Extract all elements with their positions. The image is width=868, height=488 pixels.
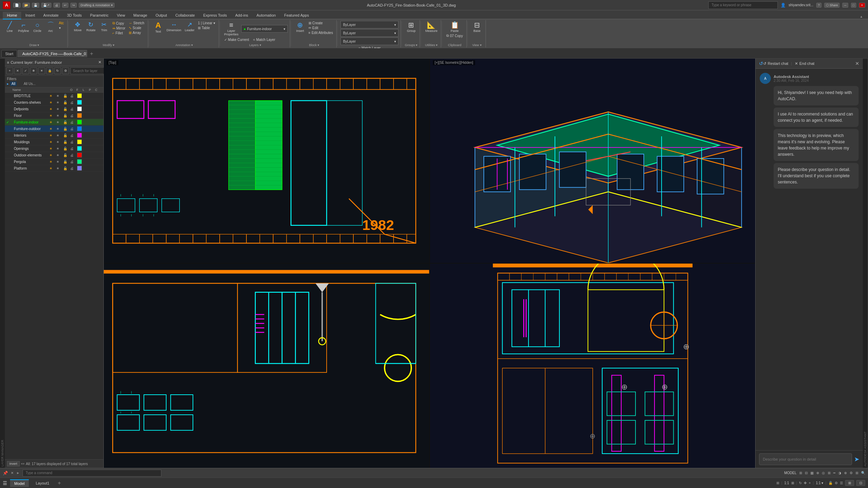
viewport-top-left[interactable]: [Top] <box>104 59 429 263</box>
tab-featured[interactable]: Featured Apps <box>280 12 313 19</box>
measure-button[interactable]: 📐 Measure <box>424 21 439 33</box>
match-props-button[interactable]: ≈ Match Layer <box>357 46 382 49</box>
polar-icon[interactable]: ⊕ <box>816 471 819 475</box>
leader-button[interactable]: ↗ Leader <box>183 21 196 33</box>
delete-layer-btn[interactable]: ✕ <box>14 67 21 74</box>
tab-view[interactable]: View <box>113 12 129 19</box>
save-as-btn[interactable]: 💾↗ <box>41 3 51 8</box>
text-button[interactable]: A Text <box>152 21 165 34</box>
workspace-dropdown[interactable]: Drafting & Annotation ▾ <box>79 3 115 8</box>
base-button[interactable]: ⊟ Base <box>471 21 483 33</box>
zoom-icon[interactable]: 🔍 <box>861 471 865 475</box>
viewport-top-right[interactable]: [+][SE Isometric][Hidden] TOP WCS⊕ <box>430 59 756 263</box>
settings-icon[interactable]: ⚙ <box>850 471 853 475</box>
minimize-btn[interactable]: ─ <box>842 3 848 8</box>
viewport-bot-left[interactable] <box>104 264 429 468</box>
vp-fit-icon[interactable]: ⊠ <box>791 481 794 485</box>
layer-row-interiors[interactable]: Interiors ☀ ☀ 🔓 🖨 <box>5 132 103 139</box>
snap-icon[interactable]: ⊟ <box>805 471 808 475</box>
otrack-icon[interactable]: ⊞ <box>828 471 831 475</box>
annotation-scale[interactable]: 1:1 ▾ <box>816 481 824 485</box>
layer-row-mouldings[interactable]: Mouldings ☀ ☀ 🔓 🖨 <box>5 139 103 145</box>
dynin-icon[interactable]: ⊕ <box>844 471 847 475</box>
hamburger-menu[interactable]: ☰ <box>3 480 7 486</box>
properties-icon[interactable]: ⚙ <box>835 481 838 485</box>
thaw-all-btn[interactable]: ☀ <box>38 67 45 74</box>
search-box[interactable] <box>708 1 778 9</box>
layer-row-floor[interactable]: Floor ☀ ☀ 🔓 🖨 <box>5 112 103 119</box>
polyline-button[interactable]: ⌐ Polyline <box>17 21 31 33</box>
settings2-icon[interactable]: ☰ <box>840 481 843 485</box>
layer-row-brdtitle[interactable]: BRDTITLE ☀ ☀ 🔓 🖨 <box>5 93 103 99</box>
tab-annotate[interactable]: Annotate <box>39 12 63 19</box>
layout1-tab[interactable]: Layout1 <box>32 480 53 487</box>
layer-row-openings[interactable]: Openings ☀ ☀ 🔓 🖨 <box>5 145 103 152</box>
zoom-in-icon[interactable]: + <box>809 481 811 485</box>
redo-btn[interactable]: ↪ <box>70 3 77 8</box>
tab-collaborate[interactable]: Collaborate <box>171 12 199 19</box>
make-current-button[interactable]: ✓ Make Current <box>223 37 251 42</box>
move-button[interactable]: ✥ Move <box>71 21 84 33</box>
mirror-button[interactable]: ⇔ Mirror <box>111 26 127 31</box>
tab-home[interactable]: Home <box>3 12 21 19</box>
pan-icon[interactable]: ✥ <box>804 481 807 485</box>
vp-config-icon[interactable]: ⊞ <box>776 481 779 485</box>
edit-attribs-button[interactable]: ≡ Edit Attributes <box>307 31 335 35</box>
all-filter[interactable]: ▸ All <box>7 82 17 86</box>
save-btn[interactable]: 💾 <box>32 3 39 8</box>
fillet-button[interactable]: ⌐ Fillet <box>111 31 127 35</box>
undo-btn[interactable]: ↩ <box>62 3 68 8</box>
ortho-icon[interactable]: ▦ <box>810 471 814 475</box>
array-button[interactable]: ⊞ Array <box>127 31 146 35</box>
command-input[interactable] <box>23 470 161 477</box>
ribbon-collapse[interactable]: ▴ <box>858 14 865 19</box>
transparency-icon[interactable]: ◑ <box>838 471 841 475</box>
fit-btn-bottom[interactable]: ⊡ <box>856 480 865 486</box>
circle-button[interactable]: ○ Circle <box>31 21 44 33</box>
stretch-button[interactable]: ↔ Stretch <box>127 21 146 25</box>
copy-button[interactable]: ⧉ Copy <box>111 21 127 26</box>
add-layout-button[interactable]: + <box>56 480 62 486</box>
viewport-bot-right[interactable]: ⊕ ⊕ ⊕ ⊕ <box>430 264 756 468</box>
chat-input[interactable] <box>759 453 852 465</box>
osnap-icon[interactable]: ◎ <box>822 471 825 475</box>
paste-button[interactable]: 📋 Paste <box>448 21 461 33</box>
model-tab[interactable]: Model <box>10 479 29 487</box>
group-button[interactable]: ⊞ Group <box>405 21 418 33</box>
atc-button[interactable]: Atc <box>58 21 65 25</box>
copy-clip-button[interactable]: ⧉ 07 Copy <box>445 33 464 38</box>
layer-row-furniture-outdoor[interactable]: Furniture-outdoor ☀ ☀ 🔓 🖨 <box>5 126 103 132</box>
maximize-vp-icon[interactable]: ⊞ <box>856 471 858 475</box>
layer-panel-close[interactable]: ✕ <box>98 60 101 65</box>
layer-row-furniture-indoor[interactable]: ✓ Furniture-indoor ☀ ☀ 🔓 🖨 <box>5 119 103 126</box>
draw-more[interactable]: ▾ <box>58 26 65 30</box>
match-layer-button[interactable]: ≈ Match Layer <box>252 37 277 42</box>
maximize-btn[interactable]: □ <box>851 3 856 8</box>
scale-button[interactable]: ⤡ Scale <box>127 26 146 30</box>
line-button[interactable]: ╱ Line <box>3 21 16 33</box>
layer-row-platform[interactable]: Platform ☀ ☀ 🔓 🖨 <box>5 165 103 172</box>
status-cancel-icon[interactable]: ✕ <box>11 471 14 475</box>
tab-output[interactable]: Output <box>151 12 171 19</box>
end-chat-button[interactable]: ✕ End chat <box>795 61 814 66</box>
share-btn[interactable]: ⬡ Share <box>824 3 840 8</box>
freeze-all-btn[interactable]: ❄ <box>30 67 37 74</box>
tab-addins[interactable]: Add-ins <box>231 12 252 19</box>
bylayer-dropdown-1[interactable]: ByLayer ▾ <box>340 21 398 28</box>
lock-icon[interactable]: 🔓 <box>828 481 833 485</box>
insert-block-button[interactable]: ⊕ Insert <box>294 21 306 33</box>
home-tab-button[interactable]: Start <box>1 50 17 58</box>
refresh-btn[interactable]: ↻ <box>54 67 61 74</box>
table-button[interactable]: ⊞ Table <box>196 26 217 30</box>
new-layer-btn[interactable]: + <box>6 67 13 74</box>
close-btn[interactable]: ✕ <box>859 3 865 8</box>
tab-3dtools[interactable]: 3D Tools <box>63 12 86 19</box>
print-btn[interactable]: 🖨 <box>53 3 60 8</box>
close-chat-button[interactable]: ✕ <box>855 61 859 66</box>
set-current-btn[interactable]: ✓ <box>22 67 29 74</box>
invert-button[interactable]: Invert <box>7 461 20 466</box>
help-btn[interactable]: ? <box>816 3 821 8</box>
tab-insert[interactable]: Insert <box>21 12 39 19</box>
tab-automation[interactable]: Automation <box>252 12 280 19</box>
dimension-button[interactable]: ↔ Dimension <box>165 21 183 33</box>
